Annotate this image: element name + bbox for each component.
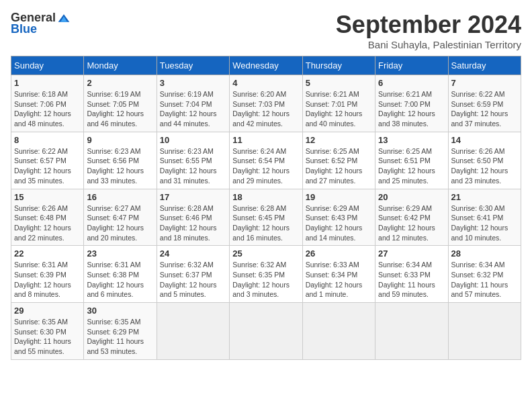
sunset: Sunset: 6:39 PM <box>14 271 66 279</box>
day-cell <box>448 303 521 360</box>
day-cell: 4 Sunrise: 6:20 AM Sunset: 7:03 PM Dayli… <box>230 75 302 132</box>
sunrise: Sunrise: 6:22 AM <box>451 90 505 98</box>
day-info: Sunrise: 6:27 AM Sunset: 6:47 PM Dayligh… <box>87 203 153 243</box>
day-cell: 14 Sunrise: 6:26 AM Sunset: 6:50 PM Dayl… <box>448 132 521 189</box>
sunrise: Sunrise: 6:23 AM <box>160 147 214 155</box>
daylight: Daylight: 12 hours and 18 minutes. <box>160 224 217 242</box>
sunrise: Sunrise: 6:23 AM <box>87 147 140 155</box>
day-info: Sunrise: 6:18 AM Sunset: 7:06 PM Dayligh… <box>14 89 81 129</box>
day-info: Sunrise: 6:20 AM Sunset: 7:03 PM Dayligh… <box>232 89 299 129</box>
page-header: General Blue September 2024 Bani Suhayla… <box>11 11 521 50</box>
title-block: September 2024 Bani Suhayla, Palestinian… <box>336 11 521 50</box>
day-number: 24 <box>160 248 226 259</box>
sunset: Sunset: 6:34 PM <box>306 271 358 279</box>
sunrise: Sunrise: 6:26 AM <box>14 204 68 212</box>
daylight: Daylight: 12 hours and 37 minutes. <box>451 109 508 128</box>
day-info: Sunrise: 6:19 AM Sunset: 7:05 PM Dayligh… <box>87 89 153 129</box>
logo: General Blue <box>11 11 71 36</box>
sunset: Sunset: 6:29 PM <box>87 328 139 336</box>
sunset: Sunset: 6:56 PM <box>87 156 139 165</box>
day-number: 16 <box>87 192 153 202</box>
daylight: Daylight: 12 hours and 20 minutes. <box>87 224 144 242</box>
sunrise: Sunrise: 6:19 AM <box>160 90 214 98</box>
day-info: Sunrise: 6:25 AM Sunset: 6:51 PM Dayligh… <box>378 146 445 186</box>
daylight: Daylight: 12 hours and 8 minutes. <box>14 281 71 299</box>
sunset: Sunset: 6:48 PM <box>14 214 66 222</box>
sunset: Sunset: 6:35 PM <box>232 271 285 279</box>
sunrise: Sunrise: 6:35 AM <box>14 318 68 326</box>
daylight: Daylight: 12 hours and 1 minute. <box>306 281 363 299</box>
sunrise: Sunrise: 6:32 AM <box>232 261 286 269</box>
day-info: Sunrise: 6:34 AM Sunset: 6:33 PM Dayligh… <box>378 260 445 300</box>
day-cell: 15 Sunrise: 6:26 AM Sunset: 6:48 PM Dayl… <box>11 189 84 246</box>
day-number: 3 <box>160 78 226 88</box>
sunrise: Sunrise: 6:30 AM <box>451 204 505 212</box>
day-cell: 16 Sunrise: 6:27 AM Sunset: 6:47 PM Dayl… <box>84 189 157 246</box>
day-cell: 23 Sunrise: 6:31 AM Sunset: 6:38 PM Dayl… <box>84 246 157 303</box>
day-info: Sunrise: 6:34 AM Sunset: 6:32 PM Dayligh… <box>451 260 518 300</box>
day-cell: 11 Sunrise: 6:24 AM Sunset: 6:54 PM Dayl… <box>230 132 302 189</box>
daylight: Daylight: 12 hours and 6 minutes. <box>87 281 144 299</box>
daylight: Daylight: 12 hours and 22 minutes. <box>14 224 71 242</box>
col-saturday: Saturday <box>448 56 521 75</box>
sunset: Sunset: 7:03 PM <box>232 100 285 108</box>
sunrise: Sunrise: 6:18 AM <box>14 90 68 98</box>
day-info: Sunrise: 6:35 AM Sunset: 6:29 PM Dayligh… <box>87 317 153 357</box>
sunset: Sunset: 6:33 PM <box>378 271 431 279</box>
daylight: Daylight: 12 hours and 27 minutes. <box>306 167 363 185</box>
day-info: Sunrise: 6:26 AM Sunset: 6:48 PM Dayligh… <box>14 203 81 243</box>
day-info: Sunrise: 6:33 AM Sunset: 6:34 PM Dayligh… <box>306 260 372 300</box>
sunset: Sunset: 6:54 PM <box>232 156 285 165</box>
day-number: 18 <box>232 192 299 202</box>
sunset: Sunset: 6:52 PM <box>306 156 358 165</box>
day-info: Sunrise: 6:28 AM Sunset: 6:45 PM Dayligh… <box>232 203 299 243</box>
day-number: 25 <box>232 248 299 259</box>
sunrise: Sunrise: 6:31 AM <box>87 261 140 269</box>
day-info: Sunrise: 6:30 AM Sunset: 6:41 PM Dayligh… <box>451 203 518 243</box>
day-cell: 20 Sunrise: 6:29 AM Sunset: 6:42 PM Dayl… <box>375 189 448 246</box>
day-cell: 13 Sunrise: 6:25 AM Sunset: 6:51 PM Dayl… <box>375 132 448 189</box>
daylight: Daylight: 12 hours and 33 minutes. <box>87 167 144 185</box>
sunset: Sunset: 7:01 PM <box>306 100 358 108</box>
daylight: Daylight: 12 hours and 46 minutes. <box>87 109 144 128</box>
daylight: Daylight: 12 hours and 48 minutes. <box>14 109 71 128</box>
sunrise: Sunrise: 6:34 AM <box>378 261 432 269</box>
day-cell: 22 Sunrise: 6:31 AM Sunset: 6:39 PM Dayl… <box>11 246 84 303</box>
sunrise: Sunrise: 6:33 AM <box>306 261 359 269</box>
day-number: 28 <box>451 248 518 259</box>
day-cell: 21 Sunrise: 6:30 AM Sunset: 6:41 PM Dayl… <box>448 189 521 246</box>
daylight: Daylight: 12 hours and 42 minutes. <box>232 109 290 128</box>
day-info: Sunrise: 6:29 AM Sunset: 6:43 PM Dayligh… <box>306 203 372 243</box>
day-number: 23 <box>87 248 153 259</box>
col-friday: Friday <box>375 56 448 75</box>
daylight: Daylight: 12 hours and 29 minutes. <box>232 167 290 185</box>
daylight: Daylight: 12 hours and 16 minutes. <box>232 224 290 242</box>
day-cell: 18 Sunrise: 6:28 AM Sunset: 6:45 PM Dayl… <box>230 189 302 246</box>
sunrise: Sunrise: 6:31 AM <box>14 261 68 269</box>
daylight: Daylight: 12 hours and 23 minutes. <box>451 167 508 185</box>
sunrise: Sunrise: 6:32 AM <box>160 261 214 269</box>
day-number: 27 <box>378 248 445 259</box>
sunset: Sunset: 6:46 PM <box>160 214 212 222</box>
day-cell <box>157 303 229 360</box>
sunrise: Sunrise: 6:28 AM <box>160 204 214 212</box>
sunrise: Sunrise: 6:25 AM <box>306 147 359 155</box>
day-cell: 6 Sunrise: 6:21 AM Sunset: 7:00 PM Dayli… <box>375 75 448 132</box>
sunset: Sunset: 6:43 PM <box>306 214 358 222</box>
day-cell: 17 Sunrise: 6:28 AM Sunset: 6:46 PM Dayl… <box>157 189 229 246</box>
day-info: Sunrise: 6:25 AM Sunset: 6:52 PM Dayligh… <box>306 146 372 186</box>
week-row-5: 29 Sunrise: 6:35 AM Sunset: 6:30 PM Dayl… <box>11 303 521 360</box>
day-cell: 10 Sunrise: 6:23 AM Sunset: 6:55 PM Dayl… <box>157 132 229 189</box>
day-info: Sunrise: 6:31 AM Sunset: 6:39 PM Dayligh… <box>14 260 81 300</box>
daylight: Daylight: 12 hours and 31 minutes. <box>160 167 217 185</box>
sunrise: Sunrise: 6:25 AM <box>378 147 432 155</box>
sunset: Sunset: 6:57 PM <box>14 156 66 165</box>
day-number: 26 <box>306 248 372 259</box>
sunrise: Sunrise: 6:19 AM <box>87 90 140 98</box>
col-tuesday: Tuesday <box>157 56 229 75</box>
day-number: 5 <box>306 78 372 88</box>
day-info: Sunrise: 6:21 AM Sunset: 7:01 PM Dayligh… <box>306 89 372 129</box>
daylight: Daylight: 11 hours and 53 minutes. <box>87 337 144 355</box>
day-cell: 7 Sunrise: 6:22 AM Sunset: 6:59 PM Dayli… <box>448 75 521 132</box>
daylight: Daylight: 12 hours and 35 minutes. <box>14 167 71 185</box>
